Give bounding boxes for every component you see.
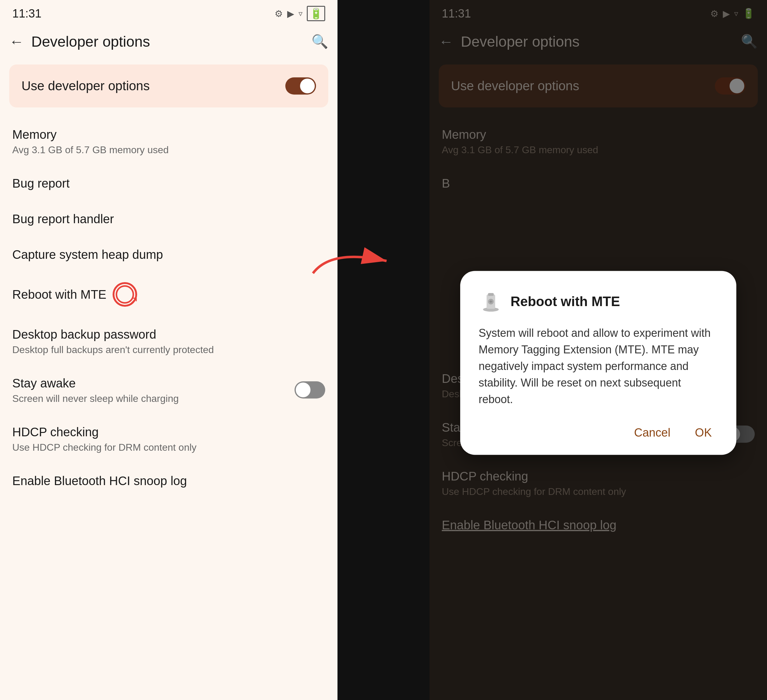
list-item[interactable]: Bug report [0, 166, 337, 201]
item-text: Bug report handler [12, 211, 325, 227]
item-title: Bug report handler [12, 211, 325, 227]
item-text: Desktop backup password Desktop full bac… [12, 326, 325, 356]
cursor-icon: ↗ [129, 294, 138, 307]
stay-awake-item[interactable]: Stay awake Screen will never sleep while… [0, 365, 337, 414]
dialog-container: Reboot with MTE System will reboot and a… [460, 271, 736, 455]
dialog-title: Reboot with MTE [511, 294, 620, 309]
status-bar-left: 11:31 ⚙ ▶ ▿ 🔋 [0, 0, 337, 25]
item-text: Reboot with MTE ↗ [12, 282, 325, 307]
center-divider [337, 0, 430, 700]
left-panel: 11:31 ⚙ ▶ ▿ 🔋 ← Developer options 🔍 Use … [0, 0, 337, 700]
toggle-thumb [296, 383, 310, 397]
reboot-mte-item[interactable]: Reboot with MTE ↗ [0, 272, 337, 317]
item-title: Memory [12, 126, 325, 142]
settings-icon-left: ⚙ [275, 8, 283, 19]
dialog-ok-button[interactable]: OK [689, 423, 718, 442]
back-button-left[interactable]: ← [9, 33, 24, 50]
dialog-header: Reboot with MTE [479, 289, 718, 314]
list-item[interactable]: Memory Avg 3.1 GB of 5.7 GB memory used [0, 116, 337, 166]
item-text: Enable Bluetooth HCI snoop log [12, 473, 325, 489]
stay-awake-toggle-left[interactable] [294, 381, 325, 399]
page-title-left: Developer options [31, 33, 311, 50]
dev-options-toggle-left[interactable] [285, 77, 316, 94]
dialog-icon [479, 289, 503, 314]
list-item[interactable]: Desktop backup password Desktop full bac… [0, 317, 337, 365]
status-icons-left: ⚙ ▶ ▿ 🔋 [275, 6, 325, 21]
item-title: Capture system heap dump [12, 247, 325, 263]
item-text: HDCP checking Use HDCP checking for DRM … [12, 424, 325, 453]
item-text: Memory Avg 3.1 GB of 5.7 GB memory used [12, 126, 325, 156]
item-subtitle: Desktop full backups aren't currently pr… [12, 344, 325, 356]
list-item[interactable]: Enable Bluetooth HCI snoop log [0, 463, 337, 499]
item-title: Desktop backup password [12, 326, 325, 342]
annotation-arrow [307, 242, 393, 281]
reboot-mte-dialog: Reboot with MTE System will reboot and a… [460, 271, 736, 455]
toggle-thumb-left [300, 78, 315, 93]
item-text: Stay awake Screen will never sleep while… [12, 375, 294, 404]
dev-options-label-left: Use developer options [21, 78, 150, 93]
time-left: 11:31 [12, 7, 41, 20]
list-item[interactable]: Bug report handler [0, 201, 337, 237]
item-title: HDCP checking [12, 424, 325, 440]
dialog-cancel-button[interactable]: Cancel [628, 423, 676, 442]
wifi-icon-left: ▿ [299, 9, 302, 18]
svg-rect-3 [488, 293, 494, 296]
settings-list-left: Memory Avg 3.1 GB of 5.7 GB memory used … [0, 113, 337, 502]
app-bar-left: ← Developer options 🔍 [0, 25, 337, 58]
item-subtitle: Avg 3.1 GB of 5.7 GB memory used [12, 144, 325, 156]
dialog-buttons: Cancel OK [479, 423, 718, 442]
search-button-left[interactable]: 🔍 [311, 33, 328, 49]
item-title: Bug report [12, 175, 325, 191]
dialog-body: System will reboot and allow to experime… [479, 325, 718, 408]
list-item[interactable]: Capture system heap dump [0, 237, 337, 272]
play-icon-left: ▶ [287, 8, 294, 19]
item-title: Reboot with MTE [12, 287, 107, 302]
click-indicator: ↗ [113, 282, 137, 307]
item-title: Enable Bluetooth HCI snoop log [12, 473, 325, 489]
item-text: Capture system heap dump [12, 247, 325, 263]
battery-icon-left: 🔋 [307, 6, 325, 21]
item-subtitle: Screen will never sleep while charging [12, 393, 294, 404]
list-item[interactable]: HDCP checking Use HDCP checking for DRM … [0, 414, 337, 463]
item-text: Bug report [12, 175, 325, 191]
item-title: Stay awake [12, 375, 294, 391]
right-panel: 11:31 ⚙ ▶ ▿ 🔋 ← Developer options 🔍 Use … [430, 0, 767, 700]
item-subtitle: Use HDCP checking for DRM content only [12, 442, 325, 453]
dev-options-banner-left[interactable]: Use developer options [9, 64, 328, 107]
